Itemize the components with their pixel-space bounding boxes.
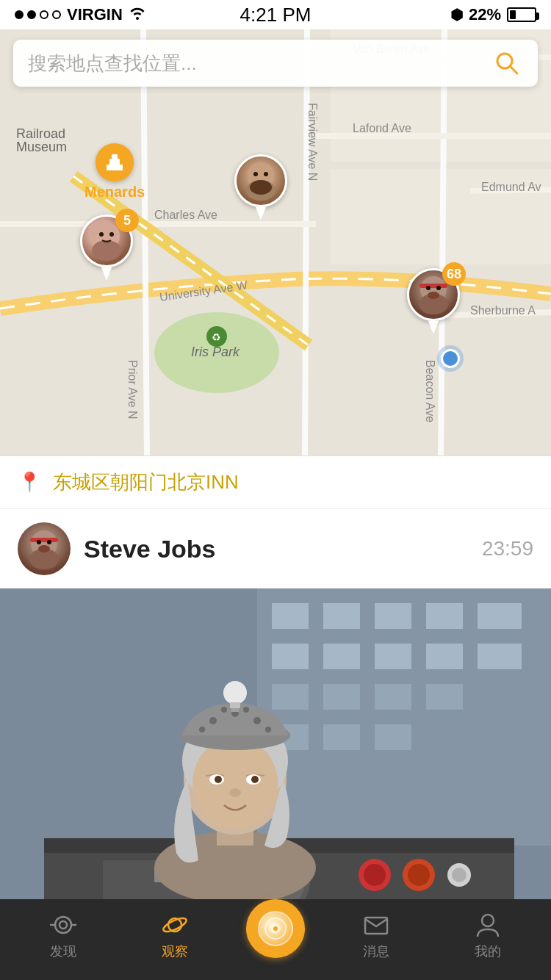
svg-point-34 bbox=[253, 172, 258, 176]
battery-percent: 22% bbox=[469, 5, 501, 24]
svg-point-51 bbox=[38, 545, 50, 552]
location-bar[interactable]: 📍 东城区朝阳门北京INN bbox=[0, 455, 551, 508]
svg-point-101 bbox=[265, 727, 271, 732]
svg-line-8 bbox=[305, 29, 307, 455]
svg-point-37 bbox=[92, 240, 121, 261]
svg-point-90 bbox=[215, 776, 222, 783]
svg-point-50 bbox=[47, 540, 51, 544]
tab-discover-label: 发现 bbox=[50, 943, 76, 960]
svg-rect-59 bbox=[272, 644, 309, 669]
tab-center[interactable] bbox=[231, 899, 320, 973]
svg-rect-70 bbox=[375, 724, 411, 750]
mail-icon bbox=[363, 912, 389, 938]
svg-point-98 bbox=[199, 727, 205, 732]
dot3 bbox=[40, 10, 48, 19]
svg-text:Fairview Ave N: Fairview Ave N bbox=[306, 103, 319, 181]
svg-point-78 bbox=[364, 864, 386, 886]
status-bar: VIRGIN 4:21 PM ⬢ 22% bbox=[0, 0, 551, 29]
svg-rect-104 bbox=[231, 708, 239, 712]
post-header[interactable]: Steve Jobs 23:59 bbox=[0, 509, 551, 588]
svg-point-39 bbox=[109, 232, 114, 237]
svg-point-113 bbox=[273, 926, 278, 931]
svg-rect-69 bbox=[323, 724, 360, 750]
post-image[interactable] bbox=[0, 588, 551, 948]
svg-rect-55 bbox=[323, 603, 360, 629]
svg-point-45 bbox=[428, 292, 439, 299]
dot2 bbox=[27, 10, 36, 19]
svg-point-102 bbox=[223, 681, 247, 705]
pin-tail-steve bbox=[428, 321, 439, 334]
tab-discover[interactable]: 发现 bbox=[7, 912, 119, 960]
svg-text:Edmund Av: Edmund Av bbox=[481, 181, 541, 193]
tab-message-label: 消息 bbox=[363, 943, 389, 960]
svg-rect-65 bbox=[323, 684, 360, 710]
battery-icon bbox=[507, 7, 536, 22]
user-pin-cluster[interactable]: 5 bbox=[80, 215, 133, 281]
post-author-name: Steve Jobs bbox=[84, 535, 469, 563]
menards-icon bbox=[96, 143, 134, 181]
svg-rect-42 bbox=[419, 284, 447, 288]
svg-text:♻: ♻ bbox=[212, 331, 221, 343]
svg-rect-60 bbox=[323, 644, 360, 669]
post-avatar[interactable] bbox=[18, 522, 71, 575]
pin-avatar-wrap-cluster: 5 bbox=[80, 215, 133, 267]
tab-mine[interactable]: 我的 bbox=[432, 912, 544, 960]
svg-rect-56 bbox=[375, 603, 411, 629]
status-time: 4:21 PM bbox=[240, 4, 311, 26]
svg-point-93 bbox=[229, 788, 241, 797]
tab-message[interactable]: 消息 bbox=[320, 912, 432, 960]
location-dot bbox=[441, 349, 460, 368]
user-pin-steve[interactable]: 68 bbox=[407, 268, 460, 334]
svg-line-9 bbox=[441, 29, 444, 455]
map-container[interactable]: Iris Park ♻ Van Buren Ave Lafond Ave Cha… bbox=[0, 29, 551, 455]
svg-point-33 bbox=[250, 180, 272, 195]
status-right: ⬢ 22% bbox=[450, 5, 536, 24]
svg-line-27 bbox=[510, 66, 517, 73]
svg-point-100 bbox=[243, 707, 249, 713]
svg-point-49 bbox=[37, 540, 41, 544]
svg-point-43 bbox=[426, 286, 431, 290]
bluetooth-icon: ⬢ bbox=[450, 6, 463, 24]
svg-rect-62 bbox=[426, 644, 463, 669]
tab-mine-label: 我的 bbox=[475, 943, 501, 960]
signal-dots bbox=[15, 10, 61, 19]
svg-point-115 bbox=[482, 915, 494, 926]
search-placeholder: 搜索地点查找位置... bbox=[28, 51, 491, 76]
svg-point-44 bbox=[436, 286, 441, 290]
tab-observe[interactable]: 观察 bbox=[119, 912, 231, 960]
svg-rect-61 bbox=[375, 644, 411, 669]
svg-rect-64 bbox=[272, 684, 309, 710]
svg-rect-48 bbox=[30, 538, 58, 542]
svg-text:Railroad: Railroad bbox=[16, 126, 65, 141]
svg-point-35 bbox=[264, 172, 268, 176]
svg-text:Museum: Museum bbox=[16, 140, 67, 154]
svg-rect-63 bbox=[478, 644, 522, 669]
svg-point-99 bbox=[221, 707, 227, 713]
pin-tail-cluster bbox=[101, 267, 112, 281]
location-pin-icon: 📍 bbox=[18, 471, 41, 494]
svg-point-95 bbox=[209, 717, 217, 724]
dot1 bbox=[15, 10, 24, 19]
svg-point-80 bbox=[408, 864, 430, 886]
search-icon[interactable] bbox=[491, 47, 523, 79]
pin-avatar-bearded bbox=[234, 154, 287, 207]
menards-pin[interactable]: Menards bbox=[84, 143, 145, 201]
pin-badge-cluster: 5 bbox=[115, 209, 139, 232]
svg-line-7 bbox=[143, 29, 147, 455]
planet-icon bbox=[162, 912, 188, 938]
dot4 bbox=[52, 10, 61, 19]
tab-observe-label: 观察 bbox=[162, 943, 188, 960]
wifi-icon bbox=[129, 5, 146, 24]
svg-rect-103 bbox=[230, 702, 240, 708]
svg-text:Sherburne A: Sherburne A bbox=[470, 304, 536, 317]
person-icon bbox=[475, 912, 501, 938]
location-text: 东城区朝阳门北京INN bbox=[53, 469, 239, 495]
svg-rect-57 bbox=[426, 603, 463, 629]
user-pin-bearded[interactable] bbox=[234, 154, 287, 220]
svg-rect-30 bbox=[112, 154, 118, 160]
svg-text:Lafond Ave: Lafond Ave bbox=[353, 122, 411, 134]
center-button[interactable] bbox=[246, 899, 305, 958]
center-icon bbox=[259, 912, 292, 945]
search-bar[interactable]: 搜索地点查找位置... bbox=[13, 40, 538, 87]
svg-rect-66 bbox=[375, 684, 411, 710]
